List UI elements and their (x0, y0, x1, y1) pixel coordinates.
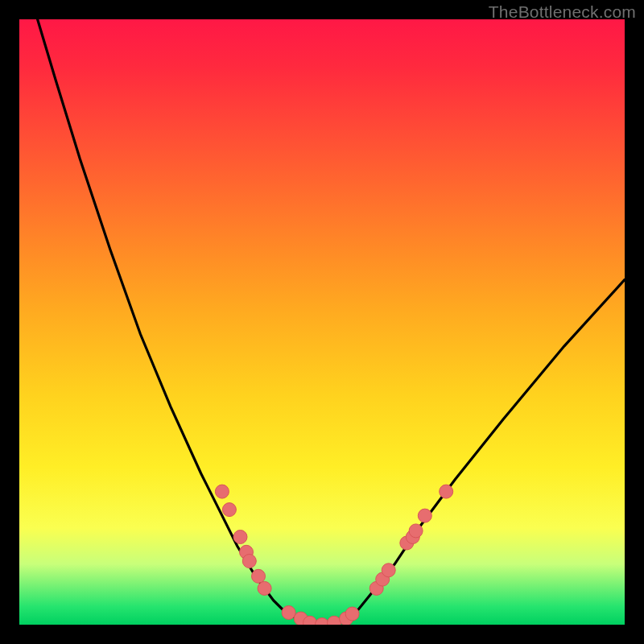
datapoint (328, 616, 341, 625)
plot-area (19, 19, 625, 625)
datapoint (233, 530, 247, 544)
datapoints-group (215, 485, 452, 625)
datapoint (282, 606, 295, 620)
datapoint (242, 555, 256, 568)
datapoint (258, 581, 271, 595)
datapoint (345, 607, 359, 621)
datapoint (440, 485, 453, 498)
datapoint (409, 524, 423, 538)
datapoint (382, 564, 395, 577)
chart-svg (19, 19, 625, 625)
datapoint (418, 509, 431, 522)
datapoint (222, 503, 236, 517)
chart-frame: TheBottleneck.com (0, 0, 644, 644)
datapoint (252, 569, 266, 583)
bottleneck-curve-path (19, 19, 625, 625)
datapoint (316, 618, 329, 625)
datapoint (215, 485, 229, 498)
